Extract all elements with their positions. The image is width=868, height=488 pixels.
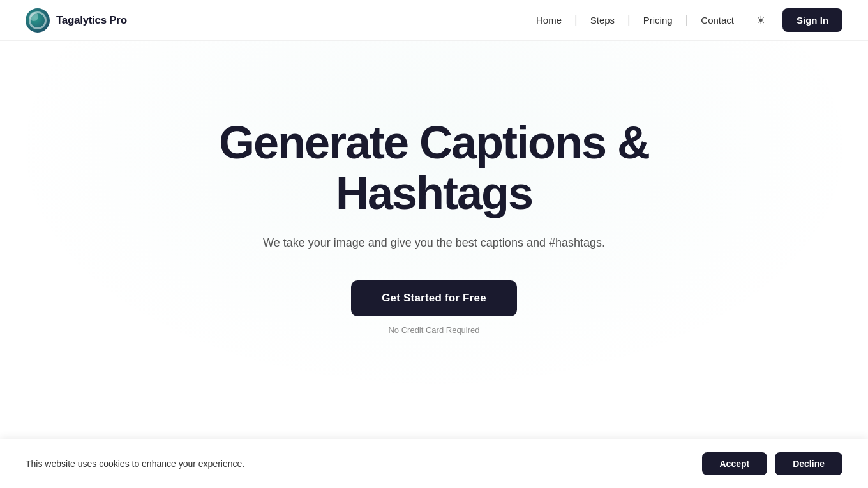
theme-toggle-button[interactable]: ☀: [749, 9, 772, 32]
hero-title: Generate Captions & Hashtags: [147, 118, 721, 218]
logo-link[interactable]: Tagalytics Pro: [26, 8, 127, 33]
no-credit-card-note: No Credit Card Required: [388, 325, 479, 335]
accept-cookies-button[interactable]: Accept: [702, 452, 768, 475]
decline-cookies-button[interactable]: Decline: [775, 452, 842, 475]
hero-section: Generate Captions & Hashtags We take you…: [0, 41, 868, 399]
logo-icon: [26, 8, 50, 33]
sign-in-button[interactable]: Sign In: [782, 8, 842, 32]
cookie-message: This website uses cookies to enhance you…: [26, 459, 244, 469]
nav-home[interactable]: Home: [528, 11, 569, 29]
logo-text: Tagalytics Pro: [56, 14, 127, 27]
nav-links: Home | Steps | Pricing | Contact ☀ Sign …: [528, 8, 842, 32]
sun-icon: ☀: [756, 13, 766, 27]
nav-sep-2: |: [625, 13, 633, 26]
nav-steps[interactable]: Steps: [583, 11, 622, 29]
cookie-banner: This website uses cookies to enhance you…: [0, 439, 868, 488]
navbar: Tagalytics Pro Home | Steps | Pricing | …: [0, 0, 868, 41]
hero-subtitle: We take your image and give you the best…: [263, 236, 605, 250]
nav-sep-1: |: [572, 13, 580, 26]
nav-sep-3: |: [683, 13, 691, 26]
cookie-actions: Accept Decline: [702, 452, 843, 475]
cta-button[interactable]: Get Started for Free: [351, 280, 517, 316]
nav-contact[interactable]: Contact: [693, 11, 742, 29]
nav-pricing[interactable]: Pricing: [636, 11, 680, 29]
